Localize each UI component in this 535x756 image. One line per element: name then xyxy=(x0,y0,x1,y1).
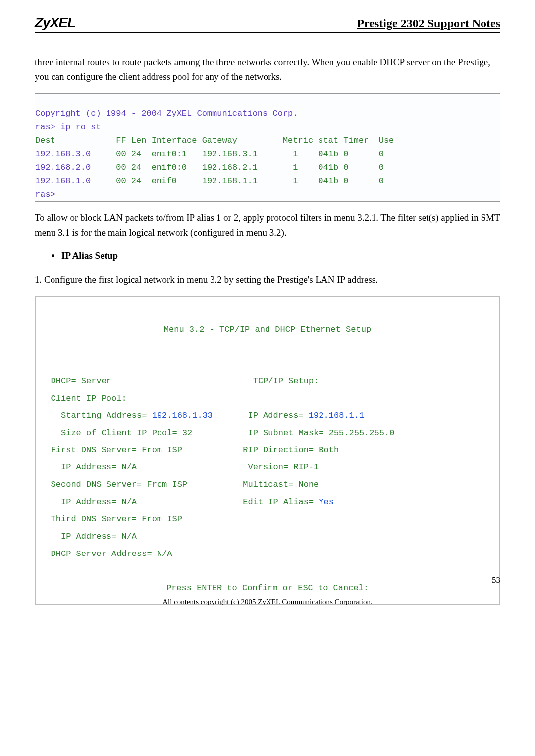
edit-ip-alias-field: Edit IP Alias= Yes xyxy=(243,497,334,506)
table-row: 192.168.3.0 00 24 enif0:1 192.168.3.1 1 … xyxy=(35,150,384,159)
paragraph-step1: 1. Configure the first logical network i… xyxy=(35,272,500,287)
rip-direction-field: RIP Direction= Both xyxy=(243,445,339,454)
ip-address-field: IP Address= 192.168.1.1 xyxy=(248,411,365,420)
bullet-ip-alias-setup: IP Alias Setup xyxy=(52,251,500,261)
first-dns-field: First DNS Server= From ISP xyxy=(51,445,182,454)
tcpip-label: TCP/IP Setup: xyxy=(253,376,319,386)
copyright-line: Copyright (c) 1994 - 2004 ZyXEL Communic… xyxy=(35,109,298,118)
third-dns-field: Third DNS Server= From ISP xyxy=(51,514,182,524)
pool-size-field: Size of Client IP Pool= 32 xyxy=(61,428,192,438)
command-line: ras> ip ro st xyxy=(35,122,101,132)
menu-3-2: Menu 3.2 - TCP/IP and DHCP Ethernet Setu… xyxy=(35,296,500,605)
menu-title: Menu 3.2 - TCP/IP and DHCP Ethernet Setu… xyxy=(36,321,499,339)
ip-address-na: IP Address= N/A xyxy=(61,497,137,506)
paragraph-filters: To allow or block LAN packets to/from IP… xyxy=(35,210,500,240)
second-dns-field: Second DNS Server= From ISP xyxy=(51,480,187,489)
table-row: 192.168.1.0 00 24 enif0 192.168.1.1 1 04… xyxy=(35,176,384,186)
logo: ZyXEL xyxy=(35,15,75,31)
table-row: 192.168.2.0 00 24 enif0:0 192.168.2.1 1 … xyxy=(35,163,384,172)
table-header: Dest FF Len Interface Gateway Metric sta… xyxy=(35,136,394,145)
page-header: ZyXEL Prestige 2302 Support Notes xyxy=(35,15,500,33)
subnet-mask-field: IP Subnet Mask= 255.255.255.0 xyxy=(248,428,394,438)
ip-address-na: IP Address= N/A xyxy=(61,532,137,541)
dhcp-field: DHCP= Server xyxy=(51,376,111,386)
version-field: Version= RIP-1 xyxy=(248,462,319,472)
routing-table-output: Copyright (c) 1994 - 2004 ZyXEL Communic… xyxy=(35,93,500,202)
footer-copyright: All contents copyright (c) 2005 ZyXEL Co… xyxy=(0,598,535,606)
paragraph-intro: three internal routes to route packets a… xyxy=(35,55,500,84)
bullet-icon xyxy=(52,254,54,257)
prompt-line: ras> xyxy=(35,190,55,199)
starting-address-field: Starting Address= 192.168.1.33 xyxy=(61,411,213,420)
press-enter-prompt: Press ENTER to Confirm or ESC to Cancel: xyxy=(36,580,499,597)
page-title: Prestige 2302 Support Notes xyxy=(357,17,500,30)
ip-address-na: IP Address= N/A xyxy=(61,462,137,472)
dhcp-server-address-field: DHCP Server Address= N/A xyxy=(51,549,172,558)
multicast-field: Multicast= None xyxy=(243,480,319,489)
client-pool-label: Client IP Pool: xyxy=(51,394,127,403)
page-number: 53 xyxy=(492,575,500,585)
bullet-label: IP Alias Setup xyxy=(61,251,118,261)
